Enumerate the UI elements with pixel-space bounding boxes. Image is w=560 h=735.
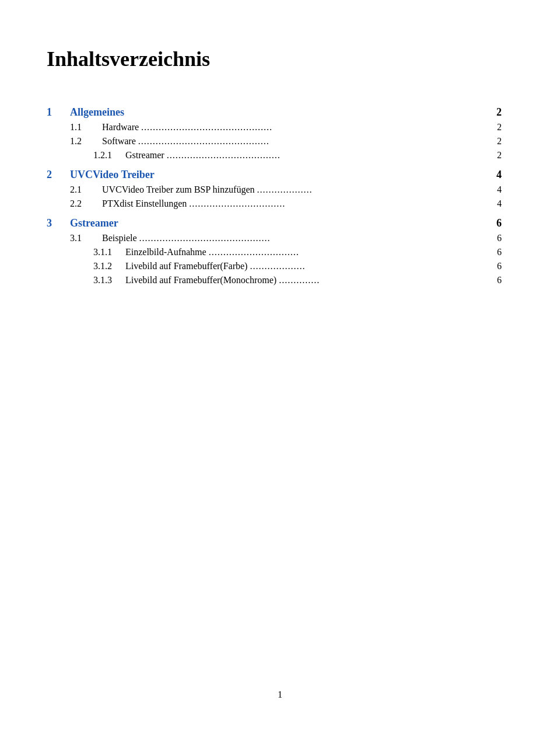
section-3-title: Gstreamer xyxy=(70,217,487,229)
subsection-1-1-page: 2 xyxy=(487,122,502,133)
section-2-number: 2 xyxy=(47,169,70,181)
toc-section-3-header: 3 Gstreamer 6 xyxy=(47,217,502,229)
subsubsection-1-2-1-title: Gstreamer xyxy=(125,150,164,161)
subsection-2-2-title: PTXdist Einstellungen xyxy=(102,198,187,209)
subsubsection-3-1-1-title: Einzelbild-Aufnahme xyxy=(125,247,206,257)
subsubsection-3-1-2-dots: ................... xyxy=(247,261,487,271)
subsubsection-1-2-1-number: 1.2.1 xyxy=(93,150,125,161)
subsubsection-3-1-1-dots: ............................... xyxy=(206,247,487,257)
subsubsection-3-1-1-number: 3.1.1 xyxy=(93,247,125,257)
subsection-1-1-title: Hardware xyxy=(102,122,139,133)
section-3-page: 6 xyxy=(487,217,502,229)
subsubsection-3-1-2-page: 6 xyxy=(487,261,502,271)
subsection-2-1-number: 2.1 xyxy=(70,184,102,195)
toc-container: 1 Allgemeines 2 1.1 Hardware ...........… xyxy=(47,106,502,285)
subsection-1-2-page: 2 xyxy=(487,136,502,147)
subsection-2-1-dots: ................... xyxy=(255,184,487,195)
subsection-2-2-number: 2.2 xyxy=(70,198,102,209)
subsection-2-1-page: 4 xyxy=(487,184,502,195)
section-2-page: 4 xyxy=(487,169,502,181)
subsection-3-1-title: Beispiele xyxy=(102,233,137,243)
subsection-2-2-page: 4 xyxy=(487,198,502,209)
section-1-title: Allgemeines xyxy=(70,106,487,119)
toc-subsection-2-1: 2.1 UVCVideo Treiber zum BSP hinzufügen … xyxy=(47,184,502,195)
toc-subsection-1-2: 1.2 Software ...........................… xyxy=(47,136,502,147)
toc-subsubsection-3-1-3: 3.1.3 Livebild auf Framebuffer(Monochrom… xyxy=(47,275,502,285)
page-footer: 1 xyxy=(0,689,560,700)
subsection-1-2-title: Software xyxy=(102,136,136,147)
toc-subsection-3-1: 3.1 Beispiele ..........................… xyxy=(47,233,502,243)
section-2-title: UVCVideo Treiber xyxy=(70,169,487,181)
section-3-number: 3 xyxy=(47,217,70,229)
toc-section-2: 2 UVCVideo Treiber 4 2.1 UVCVideo Treibe… xyxy=(47,169,502,209)
subsection-1-1-number: 1.1 xyxy=(70,122,102,133)
section-1-number: 1 xyxy=(47,106,70,119)
subsubsection-3-1-3-title: Livebild auf Framebuffer(Monochrome) xyxy=(125,275,276,285)
subsection-3-1-number: 3.1 xyxy=(70,233,102,243)
subsection-1-1-dots: ........................................… xyxy=(139,122,487,133)
toc-subsection-1-1: 1.1 Hardware ...........................… xyxy=(47,122,502,133)
subsubsection-1-2-1-page: 2 xyxy=(487,150,502,161)
toc-section-1-header: 1 Allgemeines 2 xyxy=(47,106,502,119)
subsubsection-3-1-3-dots: .............. xyxy=(276,275,487,285)
subsection-2-2-dots: ................................. xyxy=(187,198,487,209)
subsubsection-3-1-2-title: Livebild auf Framebuffer(Farbe) xyxy=(125,261,247,271)
subsubsection-1-2-1-dots: ....................................... xyxy=(164,150,487,161)
toc-subsubsection-3-1-1: 3.1.1 Einzelbild-Aufnahme ..............… xyxy=(47,247,502,257)
toc-subsubsection-1-2-1: 1.2.1 Gstreamer ........................… xyxy=(47,150,502,161)
footer-page-number: 1 xyxy=(278,689,282,699)
page-title: Inhaltsverzeichnis xyxy=(47,47,502,71)
toc-section-3: 3 Gstreamer 6 3.1 Beispiele ............… xyxy=(47,217,502,285)
subsection-2-1-title: UVCVideo Treiber zum BSP hinzufügen xyxy=(102,184,255,195)
subsection-1-2-number: 1.2 xyxy=(70,136,102,147)
subsubsection-3-1-3-number: 3.1.3 xyxy=(93,275,125,285)
subsubsection-3-1-1-page: 6 xyxy=(487,247,502,257)
subsubsection-3-1-3-page: 6 xyxy=(487,275,502,285)
toc-section-1: 1 Allgemeines 2 1.1 Hardware ...........… xyxy=(47,106,502,161)
subsection-3-1-dots: ........................................… xyxy=(137,233,487,243)
toc-subsection-2-2: 2.2 PTXdist Einstellungen ..............… xyxy=(47,198,502,209)
subsection-3-1-page: 6 xyxy=(487,233,502,243)
subsection-1-2-dots: ........................................… xyxy=(136,136,487,147)
subsubsection-3-1-2-number: 3.1.2 xyxy=(93,261,125,271)
toc-section-2-header: 2 UVCVideo Treiber 4 xyxy=(47,169,502,181)
toc-subsubsection-3-1-2: 3.1.2 Livebild auf Framebuffer(Farbe) ..… xyxy=(47,261,502,271)
section-1-page: 2 xyxy=(487,106,502,119)
